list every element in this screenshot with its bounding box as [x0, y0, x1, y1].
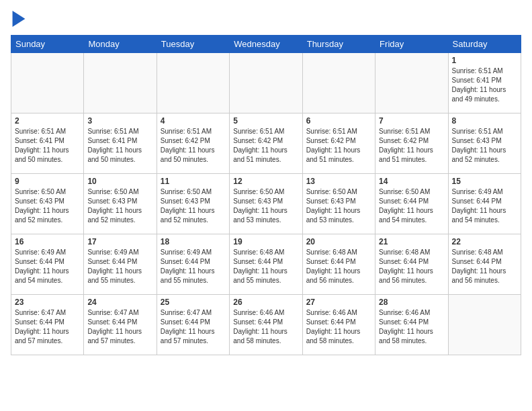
day-number: 20 — [306, 237, 371, 246]
day-number: 14 — [379, 177, 444, 186]
week-row: 1Sunrise: 6:51 AM Sunset: 6:41 PM Daylig… — [11, 53, 521, 113]
calendar-cell: 10Sunrise: 6:50 AM Sunset: 6:43 PM Dayli… — [84, 174, 157, 234]
day-number: 26 — [233, 298, 298, 307]
calendar-cell: 14Sunrise: 6:50 AM Sunset: 6:44 PM Dayli… — [375, 174, 448, 234]
weekday-header: Friday — [375, 36, 448, 53]
header-row: SundayMondayTuesdayWednesdayThursdayFrid… — [11, 36, 521, 53]
day-info: Sunrise: 6:51 AM Sunset: 6:41 PM Dayligh… — [452, 66, 517, 104]
day-number: 21 — [379, 237, 444, 246]
weekday-header: Sunday — [11, 36, 84, 53]
day-info: Sunrise: 6:48 AM Sunset: 6:44 PM Dayligh… — [233, 248, 298, 285]
day-info: Sunrise: 6:50 AM Sunset: 6:44 PM Dayligh… — [379, 187, 444, 225]
calendar-cell: 15Sunrise: 6:49 AM Sunset: 6:44 PM Dayli… — [448, 174, 521, 234]
calendar-cell: 21Sunrise: 6:48 AM Sunset: 6:44 PM Dayli… — [375, 234, 448, 295]
day-info: Sunrise: 6:47 AM Sunset: 6:44 PM Dayligh… — [15, 308, 80, 346]
day-number: 25 — [161, 298, 226, 307]
day-number: 27 — [306, 298, 371, 307]
calendar-cell — [302, 53, 375, 113]
day-number: 17 — [87, 237, 152, 246]
day-number: 19 — [233, 237, 298, 246]
calendar-cell: 8Sunrise: 6:51 AM Sunset: 6:43 PM Daylig… — [448, 113, 521, 174]
day-info: Sunrise: 6:51 AM Sunset: 6:42 PM Dayligh… — [161, 127, 226, 165]
weekday-header: Wednesday — [230, 36, 302, 53]
day-info: Sunrise: 6:50 AM Sunset: 6:43 PM Dayligh… — [306, 187, 371, 225]
calendar-body: 1Sunrise: 6:51 AM Sunset: 6:41 PM Daylig… — [11, 53, 521, 355]
weekday-header: Monday — [84, 36, 157, 53]
svg-marker-0 — [13, 11, 26, 27]
calendar-cell: 12Sunrise: 6:50 AM Sunset: 6:43 PM Dayli… — [230, 174, 302, 234]
day-info: Sunrise: 6:48 AM Sunset: 6:44 PM Dayligh… — [379, 248, 444, 285]
day-number: 22 — [452, 237, 517, 246]
day-info: Sunrise: 6:49 AM Sunset: 6:44 PM Dayligh… — [161, 248, 226, 285]
calendar-cell: 23Sunrise: 6:47 AM Sunset: 6:44 PM Dayli… — [11, 295, 84, 355]
day-info: Sunrise: 6:51 AM Sunset: 6:42 PM Dayligh… — [233, 127, 298, 165]
calendar-cell: 20Sunrise: 6:48 AM Sunset: 6:44 PM Dayli… — [302, 234, 375, 295]
day-info: Sunrise: 6:51 AM Sunset: 6:41 PM Dayligh… — [15, 127, 80, 165]
calendar-cell: 16Sunrise: 6:49 AM Sunset: 6:44 PM Dayli… — [11, 234, 84, 295]
week-row: 9Sunrise: 6:50 AM Sunset: 6:43 PM Daylig… — [11, 174, 521, 234]
day-number: 28 — [379, 298, 444, 307]
weekday-header: Tuesday — [157, 36, 229, 53]
day-number: 1 — [452, 56, 517, 65]
day-info: Sunrise: 6:48 AM Sunset: 6:44 PM Dayligh… — [452, 248, 517, 285]
calendar-cell: 27Sunrise: 6:46 AM Sunset: 6:44 PM Dayli… — [302, 295, 375, 355]
calendar-cell: 26Sunrise: 6:46 AM Sunset: 6:44 PM Dayli… — [230, 295, 302, 355]
day-info: Sunrise: 6:46 AM Sunset: 6:44 PM Dayligh… — [233, 308, 298, 346]
day-info: Sunrise: 6:51 AM Sunset: 6:42 PM Dayligh… — [379, 127, 444, 165]
day-info: Sunrise: 6:51 AM Sunset: 6:41 PM Dayligh… — [87, 127, 152, 165]
calendar-cell — [84, 53, 157, 113]
day-number: 10 — [87, 177, 152, 186]
day-number: 18 — [161, 237, 226, 246]
day-number: 15 — [452, 177, 517, 186]
calendar-cell: 1Sunrise: 6:51 AM Sunset: 6:41 PM Daylig… — [448, 53, 521, 113]
day-number: 6 — [306, 116, 371, 126]
day-number: 5 — [233, 116, 298, 126]
day-info: Sunrise: 6:50 AM Sunset: 6:43 PM Dayligh… — [233, 187, 298, 225]
page: SundayMondayTuesdayWednesdayThursdayFrid… — [0, 0, 532, 366]
day-info: Sunrise: 6:50 AM Sunset: 6:43 PM Dayligh… — [15, 187, 80, 225]
day-info: Sunrise: 6:49 AM Sunset: 6:44 PM Dayligh… — [452, 187, 517, 225]
weekday-header: Saturday — [448, 36, 521, 53]
calendar-cell: 5Sunrise: 6:51 AM Sunset: 6:42 PM Daylig… — [230, 113, 302, 174]
day-number: 7 — [379, 116, 444, 126]
day-info: Sunrise: 6:47 AM Sunset: 6:44 PM Dayligh… — [161, 308, 226, 346]
logo-icon — [12, 11, 26, 27]
day-number: 16 — [15, 237, 80, 246]
calendar-cell: 19Sunrise: 6:48 AM Sunset: 6:44 PM Dayli… — [230, 234, 302, 295]
calendar-cell: 28Sunrise: 6:46 AM Sunset: 6:44 PM Dayli… — [375, 295, 448, 355]
calendar-cell: 7Sunrise: 6:51 AM Sunset: 6:42 PM Daylig… — [375, 113, 448, 174]
calendar-cell: 18Sunrise: 6:49 AM Sunset: 6:44 PM Dayli… — [157, 234, 229, 295]
calendar-header: SundayMondayTuesdayWednesdayThursdayFrid… — [11, 36, 521, 53]
day-info: Sunrise: 6:51 AM Sunset: 6:43 PM Dayligh… — [452, 127, 517, 165]
day-number: 13 — [306, 177, 371, 186]
day-info: Sunrise: 6:50 AM Sunset: 6:43 PM Dayligh… — [161, 187, 226, 225]
calendar-cell: 17Sunrise: 6:49 AM Sunset: 6:44 PM Dayli… — [84, 234, 157, 295]
day-number: 9 — [15, 177, 80, 186]
calendar-cell: 4Sunrise: 6:51 AM Sunset: 6:42 PM Daylig… — [157, 113, 229, 174]
day-info: Sunrise: 6:49 AM Sunset: 6:44 PM Dayligh… — [87, 248, 152, 285]
day-number: 12 — [233, 177, 298, 186]
day-number: 24 — [87, 298, 152, 307]
day-number: 23 — [15, 298, 80, 307]
day-info: Sunrise: 6:46 AM Sunset: 6:44 PM Dayligh… — [306, 308, 371, 346]
calendar-cell: 2Sunrise: 6:51 AM Sunset: 6:41 PM Daylig… — [11, 113, 84, 174]
day-info: Sunrise: 6:50 AM Sunset: 6:43 PM Dayligh… — [87, 187, 152, 225]
calendar-cell: 25Sunrise: 6:47 AM Sunset: 6:44 PM Dayli… — [157, 295, 229, 355]
day-number: 2 — [15, 116, 80, 126]
day-info: Sunrise: 6:46 AM Sunset: 6:44 PM Dayligh… — [379, 308, 444, 346]
logo — [11, 11, 26, 27]
calendar-cell: 9Sunrise: 6:50 AM Sunset: 6:43 PM Daylig… — [11, 174, 84, 234]
header — [11, 11, 521, 27]
calendar-cell — [448, 295, 521, 355]
calendar-cell: 13Sunrise: 6:50 AM Sunset: 6:43 PM Dayli… — [302, 174, 375, 234]
day-info: Sunrise: 6:51 AM Sunset: 6:42 PM Dayligh… — [306, 127, 371, 165]
calendar-cell — [375, 53, 448, 113]
week-row: 23Sunrise: 6:47 AM Sunset: 6:44 PM Dayli… — [11, 295, 521, 355]
calendar-cell: 3Sunrise: 6:51 AM Sunset: 6:41 PM Daylig… — [84, 113, 157, 174]
week-row: 16Sunrise: 6:49 AM Sunset: 6:44 PM Dayli… — [11, 234, 521, 295]
calendar-cell: 11Sunrise: 6:50 AM Sunset: 6:43 PM Dayli… — [157, 174, 229, 234]
day-number: 11 — [161, 177, 226, 186]
calendar-cell — [230, 53, 302, 113]
day-number: 3 — [87, 116, 152, 126]
day-info: Sunrise: 6:48 AM Sunset: 6:44 PM Dayligh… — [306, 248, 371, 285]
